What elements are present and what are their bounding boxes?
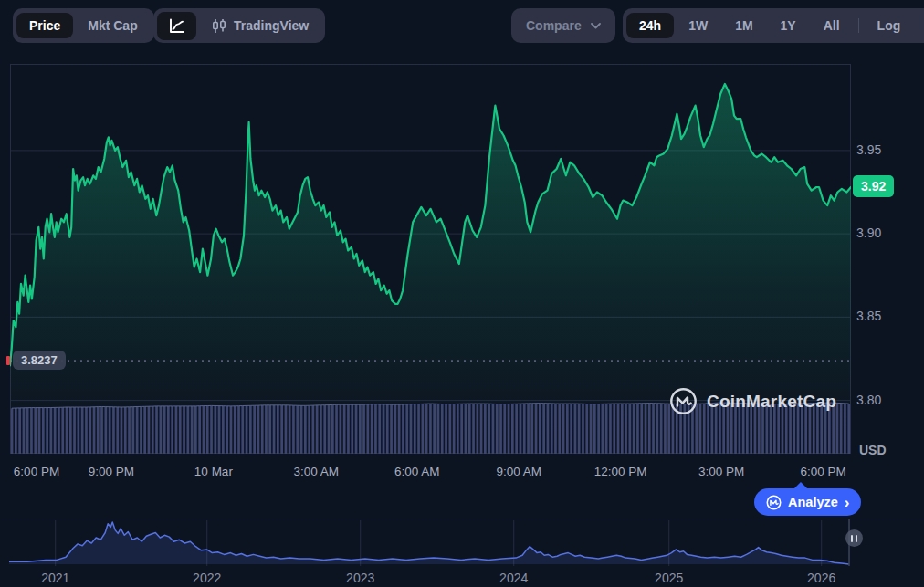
time-tick-label: 6:00 AM — [394, 465, 440, 478]
minimap-svg — [0, 519, 924, 566]
price-tick-label: 3.85 — [856, 309, 881, 323]
watermark-text: CoinMarketCap — [707, 392, 836, 412]
brush-handle-icon — [856, 535, 857, 542]
year-tick-label: 2026 — [807, 571, 835, 585]
price-tick-label: 3.95 — [856, 142, 881, 157]
time-tick-label: 6:00 PM — [800, 465, 845, 478]
line-chart-type-button[interactable] — [157, 12, 196, 40]
time-range-toggle: 24h 1W 1M 1Y All Log — [623, 8, 924, 43]
range-1w[interactable]: 1W — [676, 13, 720, 38]
time-tick-label: 9:00 AM — [496, 465, 541, 478]
time-tick-label: 6:00 PM — [14, 465, 59, 478]
year-tick-label: 2023 — [346, 571, 374, 585]
range-brush[interactable] — [0, 519, 924, 566]
range-24h[interactable]: 24h — [626, 13, 674, 38]
toolbar-divider — [919, 18, 919, 33]
log-scale-button[interactable]: Log — [865, 13, 914, 38]
compare-label: Compare — [526, 18, 582, 33]
chart-type-toggle: TradingView — [153, 8, 325, 43]
year-tick-label: 2025 — [655, 571, 683, 585]
compare-button[interactable]: Compare — [511, 8, 615, 43]
tab-mktcap[interactable]: Mkt Cap — [75, 13, 150, 38]
time-tick-label: 3:00 PM — [698, 465, 744, 478]
price-mktcap-toggle: Price Mkt Cap — [13, 8, 154, 43]
year-tick-label: 2021 — [41, 571, 69, 585]
year-tick-label: 2022 — [193, 571, 221, 585]
open-price-badge: 3.8237 — [13, 351, 66, 370]
price-tick-label: 3.80 — [856, 393, 881, 407]
open-price-marker — [6, 356, 10, 365]
tradingview-button[interactable]: TradingView — [198, 12, 321, 40]
time-tick-label: 9:00 PM — [89, 465, 134, 478]
analyze-button[interactable]: Analyze › — [754, 488, 861, 516]
time-tick-label: 3:00 AM — [293, 465, 339, 478]
year-tick-label: 2024 — [499, 571, 528, 585]
unit-label: USD — [859, 443, 887, 457]
brush-handle-icon — [851, 535, 853, 542]
analyze-bubble-icon — [766, 495, 782, 510]
range-1m[interactable]: 1M — [722, 13, 765, 38]
tradingview-label: TradingView — [234, 18, 309, 33]
chevron-right-icon: › — [845, 495, 850, 510]
time-tick-label: 12:00 PM — [594, 465, 647, 478]
price-tick-label: 3.90 — [856, 225, 881, 240]
coinmarketcap-watermark: CoinMarketCap — [669, 387, 836, 415]
brush-handle[interactable] — [845, 529, 863, 547]
chart-page: Price Mkt Cap TradingView Compare — [0, 0, 924, 587]
current-price-badge: 3.92 — [853, 175, 894, 197]
line-chart-icon — [168, 17, 185, 35]
candlestick-icon — [211, 17, 227, 35]
chevron-down-icon — [591, 23, 601, 29]
coinmarketcap-logo-icon — [669, 387, 698, 415]
tab-price[interactable]: Price — [16, 13, 73, 38]
toolbar-divider — [858, 18, 859, 33]
range-1y[interactable]: 1Y — [768, 13, 809, 38]
range-all[interactable]: All — [811, 13, 853, 38]
time-tick-label: 10 Mar — [194, 465, 233, 478]
analyze-label: Analyze — [788, 495, 838, 509]
